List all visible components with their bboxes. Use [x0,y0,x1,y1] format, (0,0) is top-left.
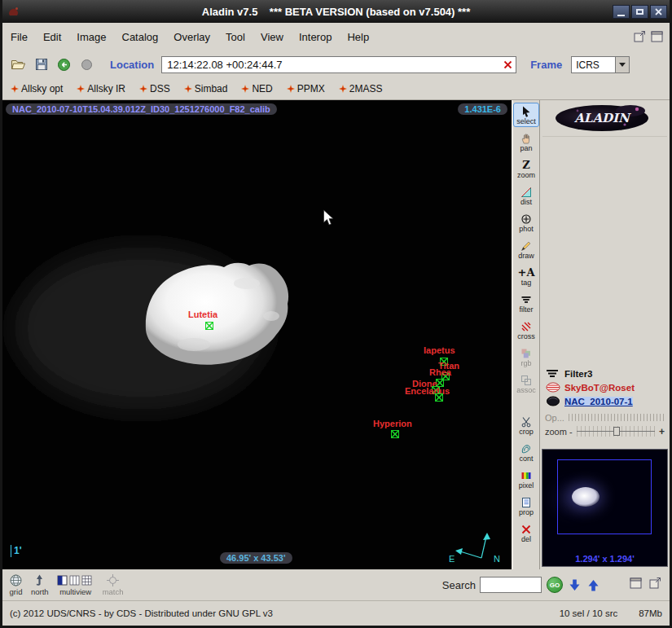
minimize-button[interactable] [613,5,630,19]
sky-view[interactable]: NAC_2010-07-10T15.04.39.012Z_ID30_125127… [2,100,512,569]
quicklink-simbad[interactable]: Simbad [184,83,228,94]
copyright-text: (c) 2012 UDS/CNRS - by CDS - Distributed… [10,608,273,618]
clear-location-button[interactable] [503,60,512,69]
activity-indicator-icon [77,56,96,73]
menu-item-catalog[interactable]: Catalog [122,31,159,43]
zoom-slider-label: zoom - [545,427,573,437]
save-button[interactable] [32,56,51,73]
stack-layer-image[interactable]: NAC_2010-07-1 [542,394,667,408]
tool-pan[interactable]: pan [513,130,539,154]
zoom-slider-thumb[interactable] [613,427,620,436]
tool-select[interactable]: select [513,103,539,127]
aladin-logo: ALADIN [553,103,657,134]
quicklink-ned[interactable]: NED [241,83,272,94]
thumbnail-fov-label: 1.294' x 1.294' [542,554,667,564]
opacity-slider[interactable] [569,414,665,421]
object-marker-hyperion[interactable] [391,430,399,438]
viewtool-match[interactable]: match [103,573,124,596]
star-icon [287,85,295,93]
image-name-badge: NAC_2010-07-10T15.04.39.012Z_ID30_125127… [6,103,277,115]
restore-panel-icon[interactable] [630,577,642,592]
search-input[interactable] [480,577,542,593]
menu-item-file[interactable]: File [11,31,28,43]
menu-item-image[interactable]: Image [77,31,106,43]
close-button[interactable] [650,5,667,19]
external-panel-icon[interactable] [649,577,661,592]
clear-x-icon [503,60,512,69]
quicklink-2mass[interactable]: 2MASS [339,83,383,94]
search-prev-button[interactable] [586,578,600,592]
svg-text:E: E [449,554,455,564]
frame-select[interactable]: ICRS [571,56,630,73]
crop-icon [520,415,532,428]
search-label: Search [442,579,476,591]
frame-dropdown-button[interactable] [615,57,629,72]
location-input[interactable] [161,56,516,73]
viewtool-grid[interactable]: grid [9,573,23,596]
frame-value: ICRS [572,57,615,72]
tool-prop[interactable]: prop [513,494,539,518]
menu-item-tool[interactable]: Tool [226,31,245,43]
tool-dist[interactable]: dist [513,183,539,208]
tool-tag[interactable]: +Atag [513,264,539,288]
floppy-save-icon [35,58,48,71]
quicklink-dss[interactable]: DSS [139,83,170,94]
opacity-label: Op... [545,413,564,423]
quicklink-allsky-ir[interactable]: Allsky IR [77,83,125,94]
compass-indicator: E N [446,529,509,566]
quicklink-ppmx[interactable]: PPMX [287,83,325,94]
quicklink-allsky-opt[interactable]: Allsky opt [11,83,63,94]
tool-draw[interactable]: draw [513,237,539,261]
phot-icon [520,213,532,225]
view-tools: gridnorthmultiviewmatch [9,573,132,596]
go-button[interactable]: GO [547,577,563,593]
tool-crop[interactable]: crop [513,413,539,437]
pixel-value-badge: 1.431E-6 [458,103,507,115]
star-icon [339,85,347,93]
stack-panel: ALADIN Filter3SkyBoT@RosetNAC_2010-07-1 … [539,100,670,569]
tool-cont[interactable]: cont [513,440,539,464]
menu-item-help[interactable]: Help [347,31,369,43]
object-marker-enceladus[interactable] [435,393,443,402]
tool-pixel[interactable]: pixel [513,467,539,491]
zoom-thumbnail-view[interactable]: 1.294' x 1.294' [542,449,668,567]
menu-item-view[interactable]: View [261,31,283,43]
zoom-plus-button[interactable]: + [659,426,665,437]
maximize-button[interactable] [631,5,648,19]
zoom-slider[interactable] [577,426,655,437]
tool-assoc[interactable]: assoc [513,371,539,396]
tool-filter[interactable]: filter [513,291,539,315]
menu-item-interop[interactable]: Interop [299,31,332,43]
open-file-button[interactable] [9,56,28,73]
tool-del[interactable]: del [513,520,539,545]
stack-layer-skybot[interactable]: SkyBoT@Roset [542,380,667,394]
fov-badge: 46.95' x 43.53' [220,552,292,564]
folder-open-icon [11,58,26,71]
status-bar: (c) 2012 UDS/CNRS - by CDS - Distributed… [2,600,670,626]
search-next-button[interactable] [568,578,582,592]
star-icon [184,85,192,93]
menu-item-edit[interactable]: Edit [43,31,61,43]
viewtool-north[interactable]: north [31,573,49,596]
stack-layer-filter[interactable]: Filter3 [542,367,667,380]
asteroid-lutetia-image [2,100,512,569]
detach-window-icon[interactable] [634,31,646,46]
tool-zoom[interactable]: Zzoom [513,156,539,181]
panel-window-icon[interactable] [651,31,663,46]
menu-item-overlay[interactable]: Overlay [173,31,210,43]
cross-icon [520,320,532,332]
svg-text:N: N [494,554,500,564]
tool-cross[interactable]: cross [513,318,539,342]
object-marker-lutetia[interactable] [205,322,213,330]
filter-layer-icon [546,368,564,379]
selection-count: 10 sel / 10 src [560,608,618,618]
zoom-view-rect[interactable] [557,459,652,534]
back-arrow-icon [57,58,71,72]
filter-icon [520,293,532,305]
tool-rgb[interactable]: rgb [513,345,539,369]
image-layer-icon [546,396,564,406]
back-button[interactable] [55,56,73,73]
viewtool-multiview[interactable]: multiview [57,573,94,596]
tool-phot[interactable]: phot [513,210,539,235]
mouse-cursor [323,209,335,226]
